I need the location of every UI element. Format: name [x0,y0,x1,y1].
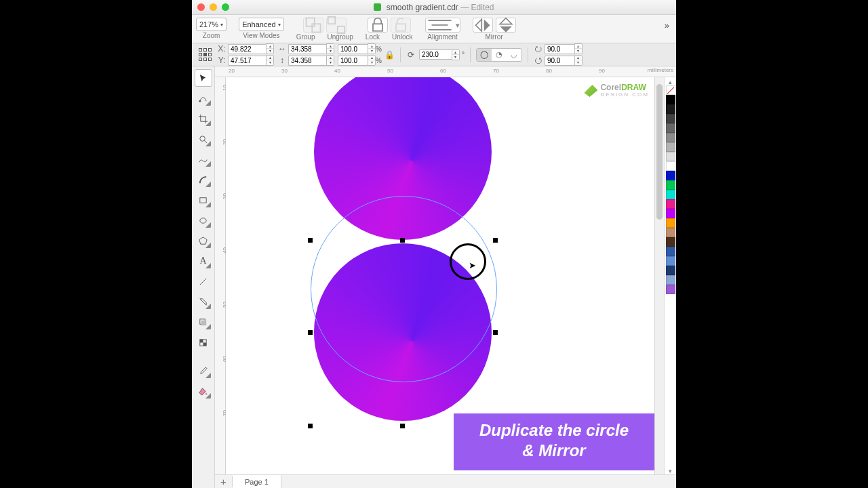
stepper[interactable]: ▴▾ [326,55,334,66]
palette-down-button[interactable]: ▾ [669,468,672,474]
close-window-button[interactable] [197,3,205,11]
zoom-tool[interactable] [195,130,212,148]
color-swatch[interactable] [666,190,675,199]
scale-y-input[interactable] [338,56,368,66]
scale-x-field[interactable]: ▴▾ [338,43,376,54]
mirror-horizontal-button[interactable] [473,18,493,33]
start-angle-input[interactable] [545,44,574,54]
start-angle-field[interactable]: ▴▾ [545,43,583,54]
horizontal-ruler[interactable]: millimeters 2030405060708090 [215,66,676,77]
selection-handle[interactable] [308,238,313,243]
color-swatch[interactable] [666,142,675,152]
polygon-tool[interactable] [195,232,212,249]
width-input[interactable] [288,44,326,54]
pick-tool[interactable] [195,69,212,87]
stepper[interactable]: ▴▾ [266,43,274,54]
color-swatch[interactable] [666,199,675,209]
unlock-button[interactable] [391,18,411,33]
color-swatch[interactable] [666,171,675,180]
stepper[interactable]: ▴▾ [574,43,583,54]
line-tool[interactable] [195,272,212,290]
shape-tool[interactable] [195,89,212,107]
selection-handle[interactable] [400,238,405,243]
add-page-button[interactable]: + [215,476,233,487]
lock-button[interactable] [368,18,388,33]
stepper[interactable]: ▴▾ [266,55,274,66]
color-swatch[interactable] [666,256,675,266]
drop-shadow-tool[interactable] [195,313,212,331]
swatch-no-fill[interactable] [666,85,675,95]
ellipse-type-pie[interactable]: ◔ [492,49,507,61]
y-position-field[interactable]: ▴▾ [228,55,274,66]
alignment-button[interactable]: ▾ [425,18,460,33]
selection-handle[interactable] [493,330,498,335]
width-field[interactable]: ▴▾ [288,43,334,54]
x-position-field[interactable]: ▴▾ [228,43,274,54]
rectangle-tool[interactable] [195,191,212,209]
viewmode-select[interactable]: Enhanced ▾ [239,18,284,31]
scale-y-field[interactable]: ▴▾ [338,55,376,66]
stepper[interactable]: ▴▾ [574,55,583,66]
rotation-field[interactable]: ▴▾ [419,49,460,60]
selection-handle[interactable] [308,424,313,428]
lock-ratio-toggle[interactable]: 🔒 [385,46,395,64]
crop-tool[interactable] [195,110,212,127]
color-swatch[interactable] [666,247,675,256]
color-swatch[interactable] [666,285,675,294]
text-tool[interactable]: A [195,252,212,270]
vertical-scrollbar[interactable] [654,77,664,474]
rotation-input[interactable] [419,49,452,60]
color-swatch[interactable] [666,114,675,123]
height-field[interactable]: ▴▾ [288,55,334,66]
color-swatch[interactable] [666,228,675,237]
end-angle-input[interactable] [545,56,574,66]
x-position-input[interactable] [228,44,266,54]
interactive-fill-tool[interactable] [195,293,212,310]
color-swatch[interactable] [666,218,675,228]
arc-type-segment[interactable]: ◯ ◔ ◡ [476,48,522,62]
y-position-input[interactable] [228,56,266,66]
color-swatch[interactable] [666,133,675,142]
stepper[interactable]: ▴▾ [452,49,460,60]
object-origin-selector[interactable] [196,46,214,64]
color-swatch[interactable] [666,180,675,190]
color-swatch[interactable] [666,95,675,104]
color-swatch[interactable] [666,123,675,133]
color-swatch[interactable] [666,152,675,161]
scrollbar-thumb[interactable] [656,84,663,220]
color-swatch[interactable] [666,161,675,171]
color-eyedropper-tool[interactable] [195,362,212,380]
freehand-tool[interactable] [195,150,212,168]
scale-x-input[interactable] [338,44,368,54]
transparency-tool[interactable] [195,333,212,351]
color-swatch[interactable] [666,209,675,218]
page-tab-1[interactable]: Page 1 [233,475,281,488]
palette-up-button[interactable]: ▴ [669,79,672,85]
selection-handle[interactable] [400,424,405,428]
selection-handle[interactable] [493,238,498,243]
ungroup-button[interactable] [326,18,347,33]
mirror-vertical-button[interactable] [496,18,516,33]
toolbar-overflow-button[interactable]: » [665,18,672,30]
color-swatch[interactable] [666,104,675,114]
vertical-ruler[interactable]: 10203040506070 [215,77,226,474]
zoom-select[interactable]: 217% ▾ [196,18,226,31]
stepper[interactable]: ▴▾ [368,55,376,66]
ellipse-type-arc[interactable]: ◡ [507,49,521,61]
stepper[interactable]: ▴▾ [326,43,334,54]
drawing-canvas[interactable]: CorelDRAW DESIGN.COM [226,77,654,474]
stepper[interactable]: ▴▾ [368,43,376,54]
zoom-window-button[interactable] [222,3,229,11]
ellipse-type-ellipse[interactable]: ◯ [477,49,492,61]
group-button[interactable] [303,18,323,33]
selection-handle[interactable] [308,330,313,335]
fill-tool[interactable] [195,382,212,400]
artistic-media-tool[interactable] [195,171,212,188]
color-swatch[interactable] [666,266,675,275]
minimize-window-button[interactable] [210,3,217,11]
color-swatch[interactable] [666,237,675,247]
color-swatch[interactable] [666,275,675,285]
height-input[interactable] [288,56,326,66]
ellipse-tool[interactable] [195,211,212,229]
end-angle-field[interactable]: ▴▾ [545,55,583,66]
